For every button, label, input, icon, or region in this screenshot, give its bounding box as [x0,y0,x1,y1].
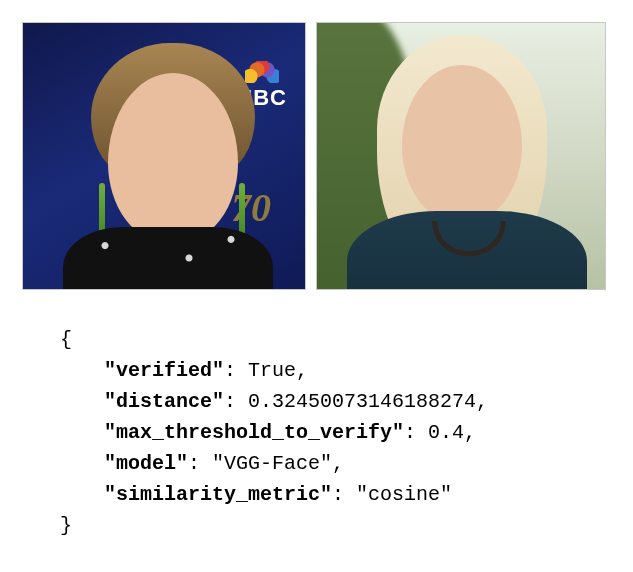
comma: , [332,452,344,475]
key-similarity-metric: "similarity_metric" [104,483,332,506]
colon: : [332,483,356,506]
face-image-right [316,22,606,290]
colon: : [224,390,248,413]
emmy-seventy-mark: 70 [231,188,271,228]
colon: : [224,359,248,382]
key-distance: "distance" [104,390,224,413]
brace-close: } [60,514,72,537]
right-person-face [402,65,522,223]
value-distance: 0.32450073146188274 [248,390,476,413]
brace-open: { [60,328,72,351]
colon: : [188,452,212,475]
value-similarity-metric: "cosine" [356,483,452,506]
value-model: "VGG-Face" [212,452,332,475]
comma: , [464,421,476,444]
left-person-dress [63,227,273,289]
colon: : [404,421,428,444]
comparison-images-row: NBC 70 [0,0,633,290]
key-model: "model" [104,452,188,475]
json-result-block: { "verified": True, "distance": 0.324500… [0,290,633,541]
face-image-left: NBC 70 [22,22,306,290]
key-max-threshold: "max_threshold_to_verify" [104,421,404,444]
value-verified: True [248,359,296,382]
key-verified: "verified" [104,359,224,382]
left-person-face [108,73,238,243]
comma: , [296,359,308,382]
comma: , [476,390,488,413]
value-max-threshold: 0.4 [428,421,464,444]
